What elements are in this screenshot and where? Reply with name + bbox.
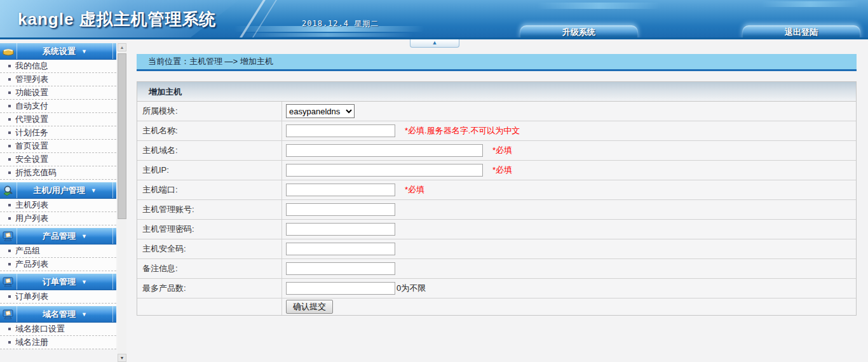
sidebar-section-title-box: 订单管理 ▼ — [17, 274, 113, 290]
upgrade-system-button[interactable]: 升级系统 — [520, 25, 638, 39]
bullet-icon — [8, 145, 11, 147]
field-label: 主机管理账号: — [137, 200, 282, 219]
bullet-icon — [8, 250, 11, 252]
sidebar-item-label: 用户列表 — [15, 213, 48, 224]
sidebar-section-host-user-mgmt[interactable]: 主机/用户管理 ▼ — [0, 182, 116, 199]
sidebar-section-product-mgmt[interactable]: 产品管理 ▼ — [0, 228, 116, 245]
sidebar-section-label: 系统设置 — [43, 46, 76, 57]
sidebar-section-edge — [113, 228, 116, 244]
form-row-admin-password: 主机管理密码: — [137, 220, 856, 239]
field-label: 备注信息: — [137, 259, 282, 278]
host-ip-input[interactable] — [286, 164, 483, 177]
remark-input[interactable] — [286, 262, 395, 275]
chevron-down-icon: ▼ — [81, 233, 87, 239]
sidebar-section-domain-mgmt[interactable]: 域名管理 ▼ — [0, 306, 116, 323]
sidebar-item-label: 主机列表 — [15, 199, 48, 211]
sidebar-section-edge — [113, 274, 116, 290]
sidebar-item-product-group[interactable]: 产品组 — [0, 245, 116, 258]
sidebar-item-my-info[interactable]: 我的信息 — [0, 60, 116, 73]
sidebar-item-cron-tasks[interactable]: 计划任务 — [0, 126, 116, 140]
scroll-down-icon[interactable]: ▼ — [118, 354, 126, 362]
chevron-down-icon: ▼ — [81, 279, 87, 285]
sidebar-item-admin-list[interactable]: 管理列表 — [0, 73, 116, 86]
required-note: *必填 — [492, 164, 512, 176]
form-row-max-products: 最多产品数: 0为不限 — [137, 279, 856, 298]
bullet-icon — [8, 65, 11, 67]
module-select[interactable]: easypaneldns — [286, 104, 355, 118]
sidebar-item-user-list[interactable]: 用户列表 — [0, 212, 116, 225]
required-note: *必填 — [492, 145, 512, 156]
field-label: 主机名称: — [137, 121, 282, 140]
bullet-icon — [8, 341, 11, 344]
logout-button[interactable]: 退出登陆 — [742, 25, 860, 39]
scrollbar-thumb[interactable] — [118, 53, 126, 219]
app-logo: kangle 虚拟主机管理系统 — [18, 8, 217, 30]
bullet-icon — [8, 295, 11, 298]
required-note: *必填.服务器名字.不可以为中文 — [405, 125, 520, 137]
field-label: 主机端口: — [137, 180, 282, 199]
security-code-input[interactable] — [286, 243, 395, 255]
sidebar-section-label: 订单管理 — [43, 276, 76, 288]
bullet-icon — [8, 204, 11, 206]
sidebar-section-edge — [113, 182, 116, 198]
max-products-input[interactable] — [286, 282, 395, 295]
sidebar-item-label: 安全设置 — [15, 154, 48, 165]
bullet-icon — [8, 105, 11, 107]
host-name-input[interactable] — [286, 124, 395, 137]
collapse-header-tab[interactable]: ▲ — [410, 39, 459, 48]
bullet-icon — [8, 131, 11, 134]
sidebar-section-system-settings[interactable]: 系统设置 ▼ — [0, 43, 116, 60]
sidebar-item-domain-api-settings[interactable]: 域名接口设置 — [0, 323, 116, 336]
sidebar-item-host-list[interactable]: 主机列表 — [0, 199, 116, 212]
form-row-security-code: 主机安全码: — [137, 239, 856, 259]
sidebar-item-homepage-settings[interactable]: 首页设置 — [0, 140, 116, 153]
sidebar-scrollbar[interactable]: ▲ ▼ — [118, 43, 126, 362]
sidebar-item-label: 自动支付 — [15, 100, 48, 112]
admin-password-input[interactable] — [286, 223, 395, 236]
sidebar: 系统设置 ▼ 我的信息 管理列表 功能设置 自动支付 代理设置 计划任务 首页设… — [0, 43, 116, 349]
header-date: 2018.12.4 星期二 — [302, 18, 379, 29]
required-note: *必填 — [405, 184, 424, 196]
host-port-input[interactable] — [286, 184, 395, 196]
sidebar-item-auto-payment[interactable]: 自动支付 — [0, 100, 116, 113]
book-icon — [0, 43, 17, 59]
add-host-form: 增加主机 所属模块: easypaneldns 主机名称: *必填.服务器名字.… — [137, 81, 857, 316]
breadcrumb: 当前位置：主机管理 —> 增加主机 — [137, 54, 857, 71]
bullet-icon — [8, 328, 11, 330]
sidebar-section-order-mgmt[interactable]: 订单管理 ▼ — [0, 274, 116, 290]
sidebar-item-label: 管理列表 — [15, 74, 48, 85]
sidebar-item-label: 订单列表 — [15, 291, 48, 302]
sidebar-item-label: 计划任务 — [15, 127, 48, 138]
sidebar-item-security-settings[interactable]: 安全设置 — [0, 153, 116, 166]
host-domain-input[interactable] — [286, 144, 483, 157]
monitor-icon — [0, 306, 17, 322]
sidebar-item-function-settings[interactable]: 功能设置 — [0, 86, 116, 100]
field-label: 主机域名: — [137, 141, 282, 160]
bullet-icon — [8, 171, 11, 174]
sidebar-item-product-list[interactable]: 产品列表 — [0, 258, 116, 271]
form-row-host-port: 主机端口: *必填 — [137, 180, 856, 200]
sidebar-section-title-box: 域名管理 ▼ — [17, 306, 113, 322]
sidebar-item-agent-settings[interactable]: 代理设置 — [0, 113, 116, 126]
chevron-down-icon: ▼ — [81, 48, 87, 55]
form-row-admin-account: 主机管理账号: — [137, 200, 856, 220]
submit-button[interactable]: 确认提交 — [286, 300, 333, 314]
bullet-icon — [8, 118, 11, 121]
scroll-up-icon[interactable]: ▲ — [118, 43, 126, 51]
field-label: 主机安全码: — [137, 239, 282, 258]
admin-account-input[interactable] — [286, 203, 395, 216]
sidebar-section-title-box: 产品管理 ▼ — [17, 228, 113, 244]
monitor-icon — [0, 228, 17, 244]
bullet-icon — [8, 91, 11, 94]
sidebar-section-edge — [113, 43, 116, 59]
sidebar-item-domain-register[interactable]: 域名注册 — [0, 336, 116, 349]
sidebar-section-edge — [113, 306, 116, 322]
sidebar-item-order-list[interactable]: 订单列表 — [0, 290, 116, 304]
sidebar-section-title-box: 系统设置 ▼ — [17, 43, 113, 59]
chevron-down-icon: ▼ — [81, 311, 87, 318]
sidebar-item-discount-recharge-code[interactable]: 折抵充值码 — [0, 166, 116, 180]
header-decor-streak — [537, 3, 661, 9]
sidebar-item-label: 域名注册 — [15, 337, 48, 348]
sidebar-item-label: 代理设置 — [15, 114, 48, 125]
sidebar-item-label: 折抵充值码 — [15, 167, 57, 178]
